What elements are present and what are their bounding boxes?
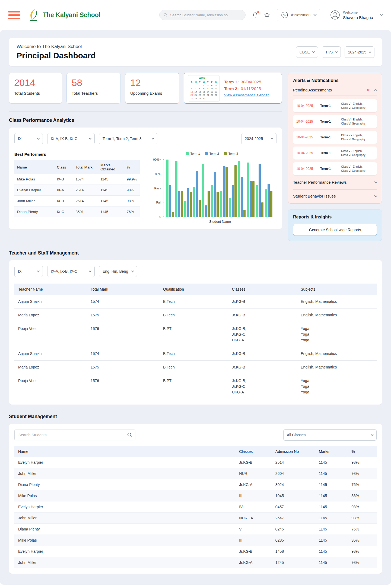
notifications-button[interactable] [252, 12, 258, 18]
view-assessment-calendar-link[interactable]: View Assessment Calendar [224, 93, 269, 97]
board-select[interactable]: CBSE [296, 46, 318, 58]
chevron-down-icon [37, 269, 40, 272]
chevron-down-icon [371, 433, 374, 436]
student-search-input[interactable] [18, 433, 127, 437]
bar-term2 [205, 205, 207, 217]
global-search-input[interactable] [170, 13, 241, 17]
term-select-value: Term 1, Term 2, Term 3 [103, 136, 141, 141]
cell: III [235, 490, 272, 501]
chevron-down-icon [89, 137, 92, 139]
favorites-button[interactable] [264, 12, 270, 18]
pending-count-badge: 05 [367, 88, 370, 92]
total-students-card: 2014 Total Students [9, 73, 62, 104]
term1-date: 30/04/2025 [241, 80, 261, 84]
class-select[interactable]: IX [14, 133, 43, 144]
cell: Pooja Veer [14, 322, 87, 347]
cell: B.PT [159, 322, 228, 347]
y-axis-label: 0 [160, 215, 161, 218]
best-performer-row: Mike PolasIX-B1574114599.9% [14, 174, 140, 185]
calendar-day: 15 [198, 90, 202, 93]
cell: 98% [124, 185, 140, 196]
best-performers-table: NameClassTotal MarkMarks Obtained% Mike … [14, 160, 140, 217]
top-navigation-bar: The Kalyani School % Assessment [0, 0, 391, 30]
student-row: Mike PolasIII1045114536% [14, 490, 377, 501]
cell: Anjum Shaikh [14, 347, 87, 361]
bar-group [166, 160, 174, 217]
mini-calendar: APRIL SMTWTFS123456789101112131415161718… [188, 75, 220, 101]
total-teachers-card: 58 Total Teachers [66, 73, 121, 104]
bar-group [220, 160, 228, 217]
calendar-day: 26 [214, 94, 218, 97]
avatar-icon [330, 10, 340, 20]
search-icon[interactable] [127, 432, 132, 438]
assessment-menu[interactable]: % Assessment [277, 9, 320, 21]
upcoming-exams-card: 12 Upcoming Exams [125, 73, 179, 104]
all-classes-select[interactable]: All Classes [283, 429, 377, 441]
cell: Jr.KG-B [228, 347, 297, 361]
pending-assessment-item[interactable]: 10-04-2025Term-1Class V - English,Class … [293, 147, 377, 160]
calendar-day [210, 97, 214, 100]
teacher-reviews-header[interactable]: Teacher Performance Reviews [293, 180, 377, 185]
term1-label: Term 1 : [224, 80, 240, 84]
cell: 98% [348, 557, 377, 568]
calendar-day: 4 [210, 84, 214, 87]
pending-assessment-item[interactable]: 10-04-2025Term-1Class V - English,Class … [293, 162, 377, 175]
bar-term2 [169, 185, 171, 217]
teacher-subject-select[interactable]: Eng, Hin, Beng [99, 266, 137, 277]
year-select[interactable]: 2024-2025 [345, 46, 374, 58]
bar-term1 [265, 189, 267, 217]
user-menu-chevron-icon[interactable] [380, 13, 383, 16]
alert-detail-line: Class V - English, [341, 133, 374, 137]
teacher-class-select[interactable]: IX [14, 266, 43, 277]
generate-reports-button[interactable]: Generate School-wide Reports [293, 224, 377, 236]
bar-term1 [211, 185, 213, 217]
teacher-section-select[interactable]: IX-A, IX-B, IX-C [47, 266, 95, 277]
term-select[interactable]: Term 1, Term 2, Term 3 [99, 133, 157, 144]
analytics-year-select[interactable]: 2024-2025 [241, 133, 276, 144]
column-header: Teacher Name [14, 284, 87, 295]
school-brand[interactable]: The Kalyani School [27, 8, 100, 22]
student-search[interactable] [14, 430, 135, 440]
bar-term3 [270, 191, 272, 217]
calendar-day: 1 [198, 84, 202, 87]
pending-assessment-item[interactable]: 10-04-2025Term-1Class V - English,Class … [293, 99, 377, 112]
calendar-day: 3 [206, 84, 210, 87]
pending-assessment-item[interactable]: 10-04-2025Term-1Class V - English,Class … [293, 115, 377, 128]
bar-term2 [259, 164, 261, 217]
cell: 76% [348, 479, 377, 490]
calendar-day: 6 [190, 87, 194, 90]
global-search[interactable] [159, 10, 246, 20]
teacher-row: Anjum Shaikh1574B.TechJr.KG-BEnglish, Ma… [14, 295, 377, 309]
total-teachers-label: Total Teachers [72, 91, 116, 96]
calendar-weekday: W [202, 81, 206, 84]
upcoming-exams-label: Upcoming Exams [130, 91, 174, 96]
menu-icon[interactable] [8, 11, 20, 19]
calendar-day: 25 [210, 94, 214, 97]
teacher-row: Pooja Veer1576B.PTJr.KG-B, Jr.KG-C, UKG-… [14, 374, 377, 399]
user-text: Welcome Shaveta Bhagria [343, 10, 373, 20]
alert-detail: Class V - English,Class VI Geography [341, 165, 374, 173]
column-header: Marks [315, 446, 348, 457]
school-select[interactable]: TKS [322, 46, 341, 58]
user-menu[interactable]: Welcome Shaveta Bhagria [330, 10, 373, 20]
calendar-day: 8 [198, 87, 202, 90]
pending-assessment-item[interactable]: 10-04-2025Term-1Class V - English,Class … [293, 131, 377, 144]
behavior-issues-header[interactable]: Student Behavior Issues [293, 189, 377, 198]
bar-term1 [229, 198, 231, 217]
school-select-value: TKS [325, 50, 333, 54]
cell: 0457 [272, 501, 315, 513]
board-select-value: CBSE [300, 50, 310, 54]
teacher-row: Anjum Shaikh1574B.TechJr.KG-BEnglish, Ma… [14, 347, 377, 361]
cell: 1045 [272, 490, 315, 501]
section-select[interactable]: IX-A, IX-B, IX-C [47, 133, 95, 144]
calendar-day: 18 [210, 90, 214, 93]
notification-dot [257, 11, 259, 13]
bar-term2 [250, 181, 252, 217]
cell: English, Mathematics [297, 295, 377, 309]
y-axis-label: 80% [155, 172, 161, 176]
cell: Jr.KG-B [235, 457, 272, 468]
cell: Jr.KG-A [235, 479, 272, 490]
pending-assessments-header[interactable]: Pending Assessments 05 [293, 88, 377, 96]
best-performers-title: Best Performers [14, 152, 140, 157]
chevron-down-icon [312, 50, 315, 53]
